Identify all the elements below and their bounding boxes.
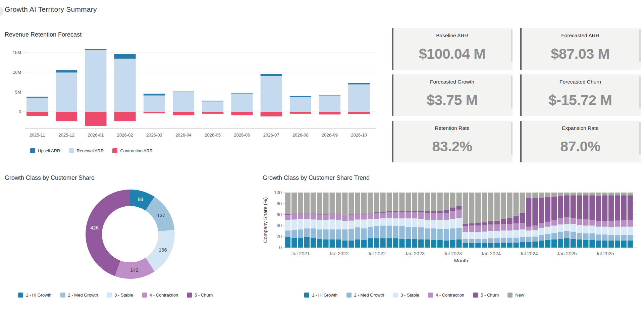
trend-bar-segment[interactable]	[323, 213, 329, 214]
trend-bar-segment[interactable]	[374, 212, 379, 213]
bar-renewal-arr[interactable]	[261, 76, 282, 112]
trend-bar-segment[interactable]	[380, 212, 386, 213]
trend-bar-segment[interactable]	[463, 224, 468, 226]
trend-bar-segment[interactable]	[608, 195, 614, 221]
trend-bar-segment[interactable]	[602, 234, 607, 241]
bar-renewal-arr[interactable]	[348, 85, 370, 112]
trend-bar-segment[interactable]	[526, 193, 531, 198]
trend-bar-segment[interactable]	[577, 195, 582, 219]
trend-bar-segment[interactable]	[520, 213, 525, 223]
trend-bar-segment[interactable]	[317, 193, 322, 214]
trend-bar-segment[interactable]	[589, 193, 595, 195]
trend-bar-segment[interactable]	[323, 229, 329, 240]
trend-bar-segment[interactable]	[399, 239, 405, 248]
trend-bar-segment[interactable]	[457, 218, 462, 228]
bar-upsell-arr[interactable]	[261, 74, 282, 76]
trend-bar-segment[interactable]	[602, 221, 607, 226]
trend-bar-segment[interactable]	[628, 235, 633, 240]
trend-bar-segment[interactable]	[514, 193, 519, 216]
trend-bar-segment[interactable]	[628, 195, 633, 220]
trend-bar-segment[interactable]	[431, 220, 436, 228]
bar-upsell-arr[interactable]	[202, 101, 223, 101]
trend-bar-segment[interactable]	[488, 221, 493, 224]
trend-bar-segment[interactable]	[298, 238, 303, 248]
bar-upsell-arr[interactable]	[348, 83, 370, 84]
trend-bar-segment[interactable]	[463, 193, 468, 224]
bar-contraction-arr[interactable]	[56, 112, 77, 121]
trend-bar-segment[interactable]	[291, 219, 297, 230]
bar-renewal-arr[interactable]	[202, 101, 223, 112]
trend-bar-segment[interactable]	[457, 228, 462, 239]
bar-renewal-arr[interactable]	[85, 50, 106, 112]
trend-bar-segment[interactable]	[412, 239, 417, 248]
trend-bar-segment[interactable]	[475, 193, 481, 223]
trend-bar-segment[interactable]	[311, 238, 316, 248]
trend-bar-segment[interactable]	[368, 227, 373, 238]
trend-bar-segment[interactable]	[431, 213, 436, 220]
trend-bar-segment[interactable]	[437, 220, 443, 229]
trend-bar-segment[interactable]	[615, 193, 620, 195]
trend-bar-segment[interactable]	[380, 213, 386, 218]
trend-bar-segment[interactable]	[412, 218, 417, 227]
trend-bar-segment[interactable]	[323, 239, 329, 248]
trend-bar-segment[interactable]	[444, 241, 449, 248]
trend-bar-segment[interactable]	[514, 243, 519, 248]
trend-bar-segment[interactable]	[355, 219, 360, 227]
trend-bar-segment[interactable]	[583, 195, 589, 219]
bar-renewal-arr[interactable]	[26, 98, 48, 112]
trend-bar-segment[interactable]	[304, 193, 310, 213]
trend-bar-segment[interactable]	[532, 237, 538, 242]
trend-bar-segment[interactable]	[482, 243, 487, 248]
trend-bar-segment[interactable]	[463, 232, 468, 239]
trend-bar-segment[interactable]	[368, 193, 373, 213]
trend-bar-segment[interactable]	[374, 193, 379, 212]
trend-bar-segment[interactable]	[545, 197, 550, 222]
bar-contraction-arr[interactable]	[202, 112, 223, 114]
trend-bar-segment[interactable]	[628, 227, 633, 235]
trend-bar-segment[interactable]	[298, 193, 303, 213]
trend-bar-segment[interactable]	[418, 219, 424, 227]
trend-bar-segment[interactable]	[317, 215, 322, 220]
bar-upsell-arr[interactable]	[85, 49, 106, 50]
trend-bar-segment[interactable]	[317, 239, 322, 248]
trend-bar-segment[interactable]	[488, 193, 493, 221]
trend-bar-segment[interactable]	[285, 220, 290, 230]
trend-bar-segment[interactable]	[463, 239, 468, 243]
legend-item[interactable]: 5 - Churn	[187, 293, 213, 298]
trend-bar-segment[interactable]	[304, 213, 310, 214]
trend-bar-segment[interactable]	[425, 193, 430, 211]
trend-bar-segment[interactable]	[501, 230, 506, 238]
trend-bar-segment[interactable]	[418, 211, 424, 212]
revenue-retention-chart[interactable]: 05M10M15M2025-112025-122026-012026-02202…	[0, 37, 382, 148]
trend-bar-segment[interactable]	[564, 193, 570, 195]
trend-bar-segment[interactable]	[494, 231, 500, 238]
trend-bar-segment[interactable]	[348, 221, 354, 229]
trend-bar-segment[interactable]	[602, 193, 607, 195]
trend-bar-segment[interactable]	[361, 213, 367, 214]
legend-item[interactable]: 3 - Stable	[393, 293, 419, 298]
trend-bar-segment[interactable]	[577, 233, 582, 240]
bar-renewal-arr[interactable]	[144, 96, 165, 112]
trend-bar-segment[interactable]	[355, 213, 360, 214]
trend-bar-segment[interactable]	[571, 218, 576, 224]
trend-bar-segment[interactable]	[539, 228, 544, 235]
trend-bar-segment[interactable]	[564, 217, 570, 224]
trend-bar-segment[interactable]	[488, 231, 493, 238]
legend-item[interactable]: Upsell ARR	[30, 148, 60, 153]
trend-bar-segment[interactable]	[374, 238, 379, 248]
trend-bar-segment[interactable]	[291, 193, 297, 213]
trend-bar-segment[interactable]	[425, 239, 430, 248]
trend-bar-segment[interactable]	[323, 193, 329, 213]
trend-bar-segment[interactable]	[450, 211, 455, 219]
trend-bar-segment[interactable]	[336, 220, 341, 229]
trend-bar-segment[interactable]	[608, 235, 614, 240]
trend-bar-segment[interactable]	[361, 214, 367, 219]
trend-bar-segment[interactable]	[431, 211, 436, 214]
trend-bar-segment[interactable]	[615, 235, 620, 240]
trend-bar-segment[interactable]	[450, 219, 455, 228]
trend-bar-segment[interactable]	[463, 243, 468, 248]
trend-bar-segment[interactable]	[304, 219, 310, 228]
trend-bar-segment[interactable]	[355, 239, 360, 248]
trend-bar-segment[interactable]	[596, 221, 601, 226]
trend-bar-segment[interactable]	[361, 240, 367, 248]
